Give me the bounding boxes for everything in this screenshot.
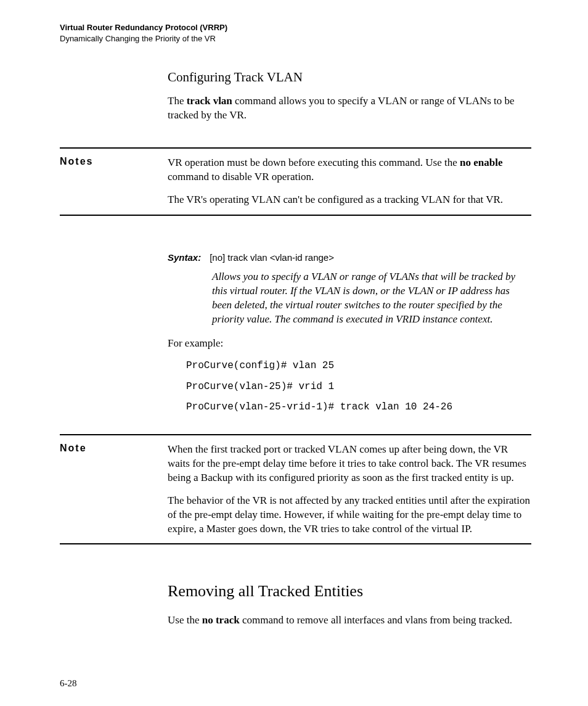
example-line-1: ProCurve(config)# vlan 25	[186, 359, 531, 373]
notes-rule-top	[60, 147, 531, 149]
note2-p2: The behavior of the VR is not affected b…	[168, 494, 531, 536]
example-line-2: ProCurve(vlan-25)# vrid 1	[186, 380, 531, 394]
syntax-label: Syntax:	[168, 252, 201, 263]
syntax-command: [no] track vlan <vlan-id range>	[210, 252, 334, 263]
running-header: Virtual Router Redundancy Protocol (VRRP…	[60, 22, 531, 44]
example-code-block: ProCurve(config)# vlan 25 ProCurve(vlan-…	[186, 359, 531, 414]
header-subtitle: Dynamically Changing the Priority of the…	[60, 33, 531, 44]
syntax-description: Allows you to specify a VLAN or range of…	[212, 270, 531, 327]
section-heading-track-vlan: Configuring Track VLAN	[168, 68, 531, 86]
track-vlan-bold: track vlan	[187, 95, 232, 107]
section2-p: Use the no track command to remove all i…	[168, 614, 531, 628]
section-heading-removing: Removing all Tracked Entities	[168, 580, 531, 602]
notes1-p1: VR operation must be down before executi…	[168, 156, 531, 184]
note2-p1: When the first tracked port or tracked V…	[168, 443, 531, 485]
notes-label: Notes	[60, 156, 168, 167]
example-lead: For example:	[168, 337, 531, 351]
no-enable-bold: no enable	[460, 157, 502, 168]
header-title: Virtual Router Redundancy Protocol (VRRP…	[60, 22, 531, 33]
no-track-bold: no track	[202, 614, 240, 626]
syntax-line: Syntax:[no] track vlan <vlan-id range>	[168, 252, 531, 264]
section1-intro: The track vlan command allows you to spe…	[168, 94, 531, 123]
note2-rule-top	[60, 434, 531, 435]
notes1-p2: The VR's operating VLAN can't be configu…	[168, 193, 531, 207]
page-number: 6-28	[60, 678, 77, 689]
example-line-3: ProCurve(vlan-25-vrid-1)# track vlan 10 …	[186, 401, 531, 414]
note2-label: Note	[60, 443, 168, 454]
